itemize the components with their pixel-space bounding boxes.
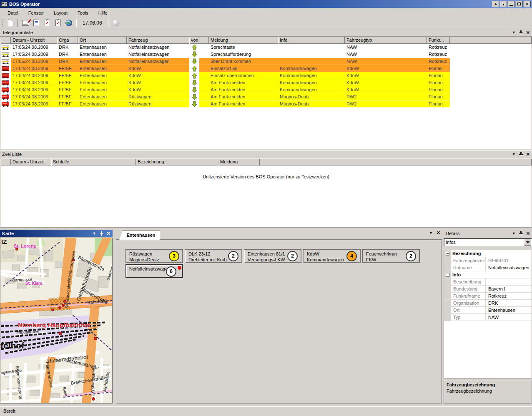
details-view-select[interactable]: Infos	[444, 238, 532, 246]
vehicle-button[interactable]: FeuerwehrkranFKW2	[362, 249, 420, 263]
column-header[interactable]: Schleife	[51, 158, 136, 165]
property-row[interactable]: Beschreibung	[444, 278, 532, 286]
column-header[interactable]: von	[189, 37, 209, 44]
tab-close-icon[interactable]: ✕	[437, 231, 440, 235]
telegram-row[interactable]: 17:05/24.08.2009DRKEntenhausenNotfallein…	[0, 58, 532, 65]
pin-icon[interactable]	[519, 152, 523, 157]
property-row[interactable]: RufnameNotfalleinsatzwagen	[444, 264, 532, 271]
column-header[interactable]: Fahrzeugtyp	[345, 37, 427, 44]
telegram-cell: Am Funk melden	[209, 79, 278, 86]
property-value[interactable]: Rotkreuz	[486, 293, 532, 299]
toolbar-grip[interactable]	[2, 19, 3, 27]
column-header[interactable]	[0, 158, 11, 165]
map-canvas[interactable]: IZ St. Lorenz Klaragasse St. Klara Marie…	[0, 238, 112, 403]
vehicle-button[interactable]: Notfalleinsatzwagen6	[125, 264, 183, 278]
property-value[interactable]: NAW	[486, 314, 532, 321]
column-header[interactable]: Bezeichnung	[136, 158, 218, 165]
collapse-icon[interactable]	[446, 252, 449, 256]
property-category[interactable]: Bezeichnung	[444, 250, 532, 257]
pin-icon[interactable]	[519, 30, 523, 35]
vehicle-button[interactable]: DLK 23-12Drehleiter mit Korb2	[185, 249, 242, 263]
tab-menu-icon[interactable]: ▼	[429, 231, 433, 235]
property-value[interactable]: Entenhausen	[486, 307, 532, 313]
form-edit-button[interactable]	[20, 18, 31, 28]
close-icon[interactable]: ✕	[526, 152, 530, 157]
telegram-cell: über Draht kommen	[209, 58, 278, 65]
property-category[interactable]: Info	[444, 271, 532, 278]
telegram-row[interactable]: 17:04/24.08.2009FF/BFEntenhausenKdoWEins…	[0, 72, 532, 79]
property-value[interactable]: 93999701	[486, 257, 532, 264]
count-badge: 2	[228, 251, 238, 261]
column-header[interactable]: Datum - Uhrzeit	[11, 158, 51, 165]
globe-button[interactable]	[63, 18, 74, 28]
vehicle-button[interactable]: KdoWKommandowagen4	[303, 249, 361, 263]
task-check-icon	[45, 20, 50, 26]
telegram-row[interactable]: 17:05/24.08.2009DRKEntenhausenNotfallein…	[0, 44, 532, 51]
window-title: BOS Operator	[9, 2, 492, 7]
vehicle-button[interactable]: RüstwagenMagirus-Deutz3	[125, 249, 183, 263]
title-bar: BOS Operator ◂▸ ✕	[0, 0, 532, 8]
new-document-button[interactable]	[5, 18, 16, 28]
chevron-down-icon	[526, 241, 529, 245]
column-header[interactable]: Meldung	[209, 37, 278, 44]
column-header[interactable]: Orga	[57, 37, 78, 44]
dock-arrows-button[interactable]: ◂▸	[492, 1, 499, 7]
property-label: Beschreibung	[451, 278, 486, 285]
property-row[interactable]: FunkrufnameRotkreuz	[444, 293, 532, 300]
task-check-button-2[interactable]	[53, 18, 63, 28]
telegram-row[interactable]: 17:03/24.08.2009FF/BFEntenhausenRüstwage…	[0, 100, 532, 108]
menu-item-hilfe[interactable]: Hilfe	[94, 9, 112, 17]
telegram-row[interactable]: 17:03/24.08.2009FF/BFEntenhausenRüstwage…	[0, 93, 532, 100]
property-row[interactable]: TypNAW	[444, 314, 532, 321]
column-header[interactable]: Fahrzeug	[127, 37, 189, 44]
telegram-cell: FF/BF	[57, 65, 78, 72]
panel-menu-icon[interactable]: ▼	[512, 153, 516, 156]
panel-menu-icon[interactable]: ▼	[512, 232, 516, 236]
column-header[interactable]: Meldung	[218, 158, 260, 165]
status-sphere-button[interactable]	[110, 18, 121, 28]
task-check-button[interactable]	[42, 18, 53, 28]
menu-item-fenster[interactable]: Fenster	[24, 9, 48, 17]
property-row[interactable]: Fahrzeugbezeich93999701	[444, 257, 532, 264]
status-text: Bereit	[3, 408, 15, 413]
tab-entenhausen[interactable]: Entenhausen	[122, 231, 160, 240]
property-row[interactable]: BundeslandBayern I	[444, 286, 532, 293]
property-value[interactable]: DRK	[486, 300, 532, 306]
telegram-row[interactable]: 17:03/24.08.2009FF/BFEntenhausenKdoWAm F…	[0, 86, 532, 93]
column-header[interactable]: Info	[278, 37, 345, 44]
map-label-st-klara: St. Klara	[25, 281, 43, 286]
menu-item-layout[interactable]: Layout	[50, 9, 72, 17]
panel-menu-icon[interactable]: ▼	[93, 232, 96, 236]
combo-dropdown-button[interactable]	[524, 239, 531, 246]
firetruck-icon	[2, 73, 9, 78]
menu-item-datei[interactable]: Datei	[3, 9, 23, 17]
property-row[interactable]: OrganisationDRK	[444, 300, 532, 307]
close-button[interactable]: ✕	[524, 1, 531, 7]
column-header[interactable]: Funkr...	[427, 37, 450, 44]
column-header[interactable]	[0, 37, 11, 44]
panel-menu-icon[interactable]: ▼	[512, 31, 516, 35]
telegram-row[interactable]: 17:03/24.08.2009FF/BFEntenhausenKdoWAm F…	[0, 79, 532, 86]
collapse-button[interactable]	[500, 1, 507, 7]
property-value[interactable]	[486, 278, 532, 285]
restore-button[interactable]	[516, 1, 523, 7]
telegram-row[interactable]: 17:04/24.08.2009FF/BFEntenhausenKdoWEins…	[0, 65, 532, 72]
telegram-row[interactable]: 17:05/24.08.2009DRKEntenhausenNotfallein…	[0, 51, 532, 58]
menu-item-tools[interactable]: Tools	[73, 9, 93, 17]
close-icon[interactable]: ✕	[526, 30, 530, 35]
property-grid: BezeichnungFahrzeugbezeich93999701Rufnam…	[444, 250, 532, 378]
vehicle-button[interactable]: Entenhausen 81/1Versorgungs-LKW2	[244, 249, 301, 263]
telegram-cell: Florian	[427, 72, 450, 79]
pin-icon[interactable]	[519, 231, 523, 236]
close-icon[interactable]: ✕	[107, 231, 110, 236]
list-view-button[interactable]	[31, 18, 42, 28]
column-header[interactable]: Ort	[78, 37, 127, 44]
column-header[interactable]: Datum - Uhrzeit	[11, 37, 57, 44]
pin-icon[interactable]	[100, 231, 103, 236]
property-value[interactable]: Bayern I	[486, 286, 532, 292]
property-row[interactable]: OrtEntenhausen	[444, 307, 532, 314]
minimize-button[interactable]	[508, 1, 515, 7]
close-icon[interactable]: ✕	[526, 231, 530, 236]
collapse-icon[interactable]	[446, 273, 449, 277]
property-value[interactable]: Notfalleinsatzwagen	[486, 264, 532, 271]
